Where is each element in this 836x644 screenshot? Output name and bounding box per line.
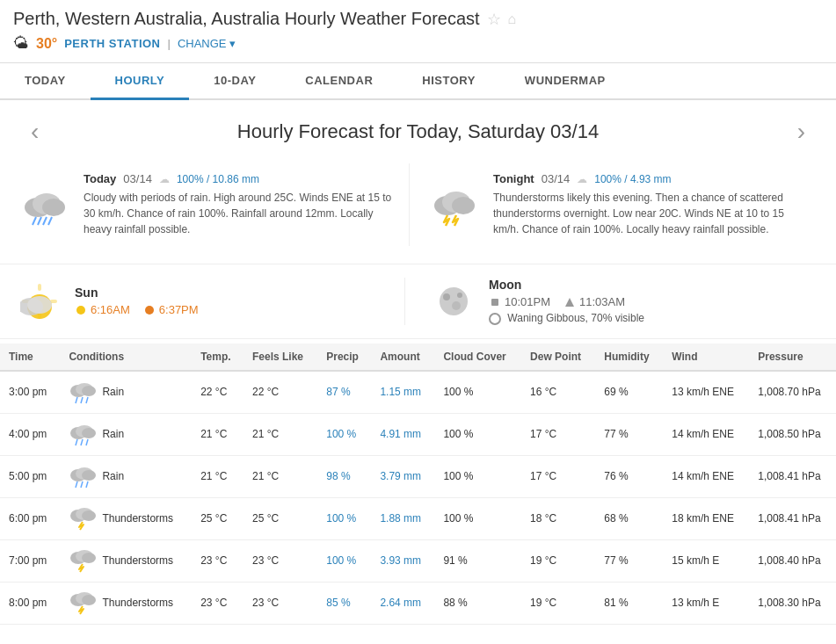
home-icon[interactable]: ⌂ xyxy=(508,11,517,27)
svg-point-48 xyxy=(82,553,96,563)
cell-temp: 21 °C xyxy=(192,455,244,497)
tab-wundermap[interactable]: WUNDERMAP xyxy=(500,63,630,100)
sun-info: Sun 6:16AM 6:37PM xyxy=(75,286,199,316)
svg-point-20 xyxy=(443,293,450,300)
cell-precip[interactable]: 100 % xyxy=(317,413,371,455)
today-precip-link[interactable]: 100% / 10.86 mm xyxy=(177,173,259,185)
forecast-today-content: Today 03/14 ☁ 100% / 10.86 mm Cloudy wit… xyxy=(84,172,396,237)
cell-amount[interactable]: 3.93 mm xyxy=(371,539,434,582)
cell-dew-point: 17 °C xyxy=(521,413,595,455)
today-description: Cloudy with periods of rain. High around… xyxy=(84,190,396,237)
cell-amount[interactable]: 1.15 mm xyxy=(371,371,434,414)
moon-icon-large xyxy=(432,283,476,320)
col-wind: Wind xyxy=(663,344,749,371)
forecast-sections: Today 03/14 ☁ 100% / 10.86 mm Cloudy wit… xyxy=(0,163,836,264)
cell-feels-like: 21 °C xyxy=(244,455,317,497)
weather-table: Time Conditions Temp. Feels Like Precip … xyxy=(0,344,836,625)
cell-cloud-cover: 100 % xyxy=(434,497,521,539)
cell-temp: 23 °C xyxy=(192,582,244,624)
col-dew-point: Dew Point xyxy=(521,344,595,371)
cell-dew-point: 19 °C xyxy=(521,582,595,624)
star-icon[interactable]: ☆ xyxy=(487,10,501,29)
col-conditions: Conditions xyxy=(60,344,192,371)
svg-line-42 xyxy=(86,481,88,488)
cell-conditions: Thunderstorms xyxy=(60,497,192,539)
moon-info: Moon 10:01PM 11:03AM Waning Gibbous, 70%… xyxy=(489,278,644,325)
tab-calendar[interactable]: CALENDAR xyxy=(280,63,397,100)
cell-humidity: 68 % xyxy=(595,497,663,539)
weather-icon xyxy=(69,546,97,576)
weather-icon xyxy=(69,503,97,534)
weather-icon xyxy=(69,377,97,408)
svg-rect-23 xyxy=(491,299,498,306)
cell-amount[interactable]: 3.79 mm xyxy=(371,455,434,497)
cell-wind: 13 km/h ENE xyxy=(663,371,749,414)
cell-wind: 15 km/h E xyxy=(663,539,749,582)
cell-pressure: 1,008.41 hPa xyxy=(749,497,836,539)
conditions-cell-inner: Rain xyxy=(69,461,183,492)
cell-wind: 18 km/h ENE xyxy=(663,497,749,539)
cell-time: 4:00 pm xyxy=(0,413,60,455)
cell-dew-point: 19 °C xyxy=(521,539,595,582)
change-station-link[interactable]: CHANGE ▾ xyxy=(178,37,236,50)
cell-wind: 13 km/h E xyxy=(663,582,749,624)
cell-precip[interactable]: 98 % xyxy=(317,455,371,497)
svg-line-28 xyxy=(76,397,77,403)
cell-amount[interactable]: 2.64 mm xyxy=(371,582,434,624)
weather-icon xyxy=(69,461,97,492)
prev-arrow[interactable]: ‹ xyxy=(18,113,52,150)
cell-conditions: Rain xyxy=(60,371,192,414)
station-bar: 🌤 30° PERTH STATION | CHANGE ▾ xyxy=(13,29,823,58)
cell-amount[interactable]: 4.91 mm xyxy=(371,413,434,455)
tab-10day[interactable]: 10-DAY xyxy=(189,63,280,100)
cell-time: 3:00 pm xyxy=(0,371,60,414)
cell-pressure: 1,008.50 hPa xyxy=(749,413,836,455)
forecast-today: Today 03/14 ☁ 100% / 10.86 mm Cloudy wit… xyxy=(18,163,409,246)
tab-history[interactable]: HISTORY xyxy=(397,63,500,100)
svg-point-17 xyxy=(76,306,85,315)
cell-conditions: Rain xyxy=(60,455,192,497)
svg-marker-24 xyxy=(565,298,574,307)
svg-line-30 xyxy=(86,397,88,403)
sun-icon-large xyxy=(18,282,62,321)
svg-point-27 xyxy=(82,386,96,396)
cell-time: 7:00 pm xyxy=(0,539,60,582)
cell-wind: 14 km/h ENE xyxy=(663,455,749,497)
cell-precip[interactable]: 87 % xyxy=(317,371,371,414)
svg-point-45 xyxy=(82,510,96,521)
svg-point-39 xyxy=(82,470,96,481)
moon-phase-icon xyxy=(489,313,501,325)
page-title-text: Perth, Western Australia, Australia Hour… xyxy=(13,9,480,29)
cell-temp: 22 °C xyxy=(192,371,244,414)
cell-cloud-cover: 100 % xyxy=(434,371,521,414)
moon-label: Moon xyxy=(489,278,644,292)
forecast-nav: ‹ Hourly Forecast for Today, Saturday 03… xyxy=(0,100,836,163)
conditions-cell-inner: Thunderstorms xyxy=(69,503,183,534)
svg-line-3 xyxy=(33,217,36,225)
table-header-row: Time Conditions Temp. Feels Like Precip … xyxy=(0,344,836,371)
cell-conditions: Thunderstorms xyxy=(60,539,192,582)
tonight-precip-link[interactable]: 100% / 4.93 mm xyxy=(594,173,671,185)
cell-conditions: Rain xyxy=(60,413,192,455)
svg-point-19 xyxy=(440,287,468,315)
tab-hourly[interactable]: HOURLY xyxy=(91,63,190,100)
svg-point-21 xyxy=(452,301,461,310)
cell-amount[interactable]: 1.88 mm xyxy=(371,497,434,539)
cell-precip[interactable]: 100 % xyxy=(317,539,371,582)
cell-pressure: 1,008.40 hPa xyxy=(749,539,836,582)
next-arrow[interactable]: › xyxy=(784,113,818,150)
svg-line-6 xyxy=(48,217,52,225)
cell-precip[interactable]: 85 % xyxy=(317,582,371,624)
weather-icon xyxy=(69,588,97,619)
col-cloud-cover: Cloud Cover xyxy=(434,344,521,371)
cell-pressure: 1,008.70 hPa xyxy=(749,371,836,414)
cell-humidity: 81 % xyxy=(595,582,663,624)
col-time: Time xyxy=(0,344,60,371)
station-divider: | xyxy=(168,37,171,50)
tab-today[interactable]: TODAY xyxy=(0,63,91,100)
svg-line-34 xyxy=(76,439,77,445)
conditions-cell-inner: Thunderstorms xyxy=(69,546,183,576)
cell-conditions: Thunderstorms xyxy=(60,582,192,624)
cell-precip[interactable]: 100 % xyxy=(317,497,371,539)
sunset-time: 6:37PM xyxy=(143,303,199,316)
